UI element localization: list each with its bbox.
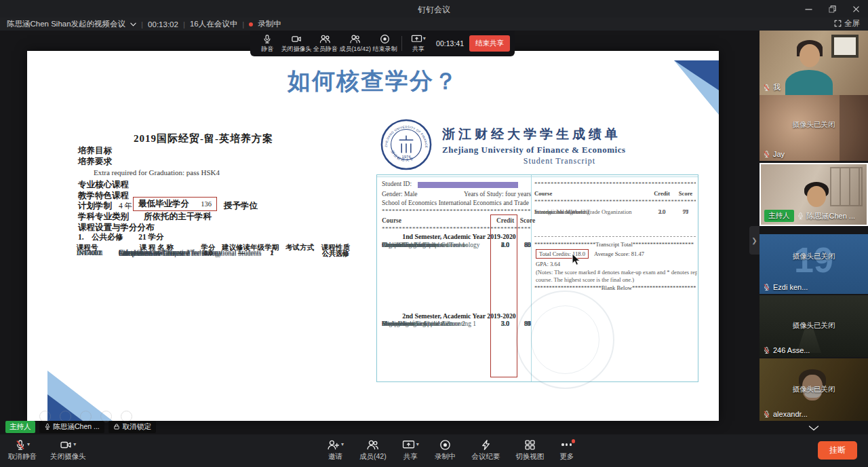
screen-share-icon [411, 34, 422, 44]
caret-down-icon[interactable]: ▾ [341, 442, 344, 447]
min-credits-label: 最低毕业学分 [138, 198, 189, 210]
participant-name: 246 Asse... [773, 346, 810, 354]
members-button[interactable]: 成员(42) [359, 438, 387, 462]
video-tile-self[interactable]: 我 [760, 31, 868, 95]
sidebar-scroll-more[interactable] [760, 423, 868, 434]
chevron-down-icon[interactable] [130, 22, 136, 26]
recording-status: 录制中 [258, 19, 281, 29]
min-credits-value: 136 [201, 200, 212, 208]
mute-label: 静音 [261, 45, 273, 54]
participant-tag: Ezdi ken... [763, 283, 808, 291]
camera-off-label: 关闭摄像头 [50, 452, 86, 462]
decor [807, 186, 826, 207]
lightning-icon [480, 439, 492, 451]
transcript-en-title: Zhejiang University of Finance & Economi… [442, 145, 626, 155]
transcript-cn-title: 浙江财经大学学生成绩单 [442, 126, 621, 143]
muted-mic-icon [763, 83, 770, 92]
camera-off-text: 摄像头已关闭 [760, 385, 868, 394]
video-tile-host-active[interactable]: 主持人 陈思涵Chen ... [760, 163, 868, 226]
meeting-timer: 00:13:02 [148, 20, 178, 29]
seal-watermark [516, 291, 614, 389]
invite-button[interactable]: ▾ 邀请 [327, 438, 344, 462]
muted-mic-icon [763, 410, 770, 418]
video-tile[interactable]: 摄像头已关闭 alexandr... [760, 358, 868, 421]
stop-record-label: 结束录制 [372, 45, 397, 54]
participant-name: 陈思涵Chen ... [807, 211, 856, 221]
restore-icon[interactable] [829, 5, 836, 13]
record-icon [380, 34, 390, 44]
video-tile[interactable]: 19 摄像头已关闭 Ezdi ken... [760, 234, 868, 294]
chevron-down-icon [808, 426, 819, 431]
ellipsis-icon [561, 438, 572, 451]
minimize-icon[interactable] [805, 5, 812, 13]
slide-title: 如何核查学分？ [244, 66, 502, 97]
camera-off-button[interactable]: ▾ 关闭摄像头 [50, 438, 86, 462]
col-score: Score [519, 217, 536, 224]
record-icon [439, 439, 451, 451]
more-label: 更多 [559, 452, 574, 462]
share-label: 共享 [403, 452, 418, 462]
total-credits-highlight-box: Total Credits: 118.0 [536, 249, 589, 259]
camera-off-text: 摄像头已关闭 [760, 321, 868, 331]
transcript-total-row: Total Credits: 118.0 Average Score: 81.4… [536, 249, 644, 259]
sharer-name-chip: 陈思涵Chen ... [39, 421, 104, 433]
unlock-label: 取消锁定 [123, 422, 151, 432]
switch-view-label: 切换视图 [515, 452, 544, 462]
divider: | [242, 20, 244, 29]
switch-view-button[interactable]: 切换视图 [515, 438, 544, 462]
dashed-divider [534, 236, 696, 237]
recording-button[interactable]: 录制中 [435, 438, 456, 462]
meeting-title[interactable]: 陈思涵Chen Sihan发起的视频会议 [7, 19, 125, 29]
years-of-study: Years of Study: four years [464, 191, 531, 198]
hangup-button[interactable]: 挂断 [818, 441, 857, 460]
members-icon [366, 439, 379, 451]
meeting-minutes-button[interactable]: 会议纪要 [471, 438, 500, 462]
decor [831, 35, 859, 58]
caret-down-icon[interactable]: ▾ [416, 442, 419, 447]
plan-subsection: 1. 公共必修 21 学分 [78, 232, 164, 242]
fullscreen-icon [834, 20, 842, 27]
meeting-app-window: 钉钉会议 陈思涵Chen Sihan发起的视频会议 | 00:13:02 | 1… [0, 0, 868, 467]
col-score: Score [675, 190, 696, 197]
members-label: 成员(42) [359, 452, 387, 462]
credit-column-highlight-box [490, 214, 517, 377]
person-add-icon [327, 439, 340, 451]
mute-all-label: 全员静音 [313, 45, 338, 54]
share-button[interactable]: ▾ 共享 [402, 438, 419, 462]
participant-name: Jay [773, 150, 785, 158]
stop-record-button[interactable]: 结束录制 [372, 34, 397, 54]
plan-category-label: 学科专业类别 [78, 211, 129, 223]
sidebar-collapse-handle[interactable]: ❯ [749, 226, 760, 255]
plan-degree-label: 授予学位 [224, 200, 258, 212]
more-button[interactable]: 更多 [559, 438, 574, 462]
gpa: GPA: 3.64 [536, 261, 560, 267]
video-tile[interactable]: 摄像头已关闭 Jay [760, 95, 868, 161]
caret-down-icon[interactable]: ▾ [73, 442, 76, 447]
unmute-button[interactable]: ▾ 取消静音 [8, 438, 37, 462]
unlock-button[interactable]: 取消锁定 [108, 421, 156, 433]
plan-core-courses: 专业核心课程 [78, 179, 129, 191]
student-id-redaction [418, 182, 518, 188]
divider [401, 36, 402, 51]
video-tile[interactable]: 摄像头已关闭 246 Asse... [760, 295, 868, 357]
muted-mic-icon [763, 283, 770, 291]
end-share-button[interactable]: 结束共享 [469, 35, 510, 52]
caret-down-icon[interactable]: ▾ [27, 442, 30, 447]
members-button[interactable]: 成员(16/42) [339, 34, 371, 54]
share-button[interactable]: ▾ 共享 [406, 34, 431, 54]
mute-button[interactable]: 静音 [255, 34, 280, 54]
sharer-name: 陈思涵Chen ... [54, 422, 100, 432]
camera-off-button[interactable]: 关闭摄像头 [281, 34, 312, 54]
fullscreen-button[interactable]: 全屏 [834, 18, 860, 29]
floating-toolbar: 静音 关闭摄像头 全员静音 成员(16/42) 结束录制 ▾ 共享 [250, 31, 515, 56]
meeting-minutes-label: 会议纪要 [471, 452, 500, 462]
mute-all-button[interactable]: 全员静音 [313, 34, 338, 54]
unmute-label: 取消静音 [8, 452, 37, 462]
close-icon[interactable] [852, 5, 860, 13]
muted-mic-icon [763, 346, 770, 354]
col-course: Course [534, 190, 648, 197]
divider: | [141, 20, 143, 29]
transcript-total-header: *********************Transcript Total***… [534, 241, 696, 248]
participant-sidebar: 我 摄像头已关闭 Jay 主持人 陈思涵Chen ... [760, 31, 868, 434]
window-controls [805, 0, 860, 18]
